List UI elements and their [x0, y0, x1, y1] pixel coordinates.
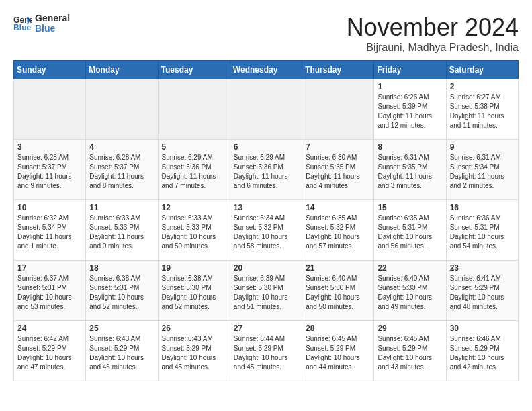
day-number: 16	[450, 203, 515, 212]
day-info: Sunrise: 6:35 AMSunset: 5:32 PMDaylight:…	[306, 214, 370, 251]
day-info: Sunrise: 6:28 AMSunset: 5:37 PMDaylight:…	[17, 153, 82, 191]
day-number: 25	[89, 324, 154, 333]
calendar-cell-3-4: 21Sunrise: 6:40 AMSunset: 5:30 PMDayligh…	[302, 261, 374, 321]
week-row-5: 24Sunrise: 6:42 AMSunset: 5:29 PMDayligh…	[14, 321, 519, 381]
day-info: Sunrise: 6:44 AMSunset: 5:29 PMDaylight:…	[234, 334, 298, 372]
calendar-cell-2-6: 16Sunrise: 6:36 AMSunset: 5:31 PMDayligh…	[446, 200, 518, 261]
calendar-cell-4-6: 30Sunrise: 6:46 AMSunset: 5:29 PMDayligh…	[446, 321, 518, 381]
day-info: Sunrise: 6:33 AMSunset: 5:33 PMDaylight:…	[162, 214, 226, 251]
day-number: 27	[234, 324, 298, 333]
day-number: 12	[162, 203, 226, 212]
day-number: 4	[89, 142, 154, 152]
day-number: 17	[17, 263, 82, 273]
day-info: Sunrise: 6:40 AMSunset: 5:30 PMDaylight:…	[378, 274, 442, 312]
day-number: 15	[378, 203, 442, 212]
day-number: 2	[450, 82, 515, 91]
calendar-cell-3-2: 19Sunrise: 6:38 AMSunset: 5:30 PMDayligh…	[158, 261, 230, 321]
logo: General Blue General Blue	[13, 13, 70, 34]
day-number: 8	[378, 142, 442, 152]
header-wednesday: Wednesday	[230, 61, 302, 79]
day-info: Sunrise: 6:28 AMSunset: 5:37 PMDaylight:…	[89, 153, 154, 191]
day-info: Sunrise: 6:43 AMSunset: 5:29 PMDaylight:…	[89, 334, 154, 372]
calendar-cell-1-2: 5Sunrise: 6:29 AMSunset: 5:36 PMDaylight…	[158, 140, 230, 200]
calendar-cell-1-1: 4Sunrise: 6:28 AMSunset: 5:37 PMDaylight…	[86, 140, 158, 200]
calendar-cell-1-3: 6Sunrise: 6:29 AMSunset: 5:36 PMDaylight…	[230, 140, 302, 200]
day-info: Sunrise: 6:40 AMSunset: 5:30 PMDaylight:…	[306, 274, 370, 312]
day-info: Sunrise: 6:30 AMSunset: 5:35 PMDaylight:…	[306, 153, 370, 191]
day-number: 24	[17, 324, 82, 333]
day-number: 28	[306, 324, 370, 333]
header-saturday: Saturday	[446, 61, 518, 79]
header-friday: Friday	[374, 61, 446, 79]
header: General Blue General Blue November 2024 …	[13, 13, 519, 54]
calendar-cell-2-0: 10Sunrise: 6:32 AMSunset: 5:34 PMDayligh…	[14, 200, 86, 261]
day-number: 18	[89, 263, 154, 273]
calendar-cell-4-0: 24Sunrise: 6:42 AMSunset: 5:29 PMDayligh…	[14, 321, 86, 381]
calendar-cell-2-1: 11Sunrise: 6:33 AMSunset: 5:33 PMDayligh…	[86, 200, 158, 261]
day-number: 13	[234, 203, 298, 212]
day-info: Sunrise: 6:26 AMSunset: 5:39 PMDaylight:…	[378, 93, 442, 130]
day-number: 10	[17, 203, 82, 212]
day-number: 1	[378, 82, 442, 91]
calendar-cell-1-6: 9Sunrise: 6:31 AMSunset: 5:34 PMDaylight…	[446, 140, 518, 200]
week-row-4: 17Sunrise: 6:37 AMSunset: 5:31 PMDayligh…	[14, 261, 519, 321]
day-info: Sunrise: 6:36 AMSunset: 5:31 PMDaylight:…	[450, 214, 515, 251]
calendar-cell-3-5: 22Sunrise: 6:40 AMSunset: 5:30 PMDayligh…	[374, 261, 446, 321]
day-number: 11	[89, 203, 154, 212]
calendar-cell-4-2: 26Sunrise: 6:43 AMSunset: 5:29 PMDayligh…	[158, 321, 230, 381]
day-number: 22	[378, 263, 442, 273]
logo-blue: Blue	[35, 24, 70, 34]
header-monday: Monday	[86, 61, 158, 79]
calendar-cell-0-5: 1Sunrise: 6:26 AMSunset: 5:39 PMDaylight…	[374, 79, 446, 140]
calendar-cell-4-3: 27Sunrise: 6:44 AMSunset: 5:29 PMDayligh…	[230, 321, 302, 381]
calendar-table: Sunday Monday Tuesday Wednesday Thursday…	[13, 60, 519, 381]
day-info: Sunrise: 6:31 AMSunset: 5:34 PMDaylight:…	[450, 153, 515, 191]
day-info: Sunrise: 6:35 AMSunset: 5:31 PMDaylight:…	[378, 214, 442, 251]
calendar-cell-2-5: 15Sunrise: 6:35 AMSunset: 5:31 PMDayligh…	[374, 200, 446, 261]
day-info: Sunrise: 6:45 AMSunset: 5:29 PMDaylight:…	[378, 334, 442, 372]
day-info: Sunrise: 6:41 AMSunset: 5:29 PMDaylight:…	[450, 274, 515, 312]
day-info: Sunrise: 6:29 AMSunset: 5:36 PMDaylight:…	[234, 153, 298, 191]
calendar-cell-1-4: 7Sunrise: 6:30 AMSunset: 5:35 PMDaylight…	[302, 140, 374, 200]
title-section: November 2024 Bijrauni, Madhya Pradesh, …	[347, 13, 519, 54]
day-info: Sunrise: 6:45 AMSunset: 5:29 PMDaylight:…	[306, 334, 370, 372]
calendar-cell-0-1	[86, 79, 158, 140]
day-info: Sunrise: 6:46 AMSunset: 5:29 PMDaylight:…	[450, 334, 515, 372]
calendar-cell-4-4: 28Sunrise: 6:45 AMSunset: 5:29 PMDayligh…	[302, 321, 374, 381]
day-info: Sunrise: 6:29 AMSunset: 5:36 PMDaylight:…	[162, 153, 226, 191]
day-info: Sunrise: 6:38 AMSunset: 5:30 PMDaylight:…	[162, 274, 226, 312]
day-number: 9	[450, 142, 515, 152]
day-number: 21	[306, 263, 370, 273]
day-number: 26	[162, 324, 226, 333]
day-info: Sunrise: 6:42 AMSunset: 5:29 PMDaylight:…	[17, 334, 82, 372]
calendar-cell-1-5: 8Sunrise: 6:31 AMSunset: 5:35 PMDaylight…	[374, 140, 446, 200]
day-number: 6	[234, 142, 298, 152]
week-row-3: 10Sunrise: 6:32 AMSunset: 5:34 PMDayligh…	[14, 200, 519, 261]
week-row-1: 1Sunrise: 6:26 AMSunset: 5:39 PMDaylight…	[14, 79, 519, 140]
calendar-cell-2-4: 14Sunrise: 6:35 AMSunset: 5:32 PMDayligh…	[302, 200, 374, 261]
logo-general: General	[35, 13, 70, 24]
day-info: Sunrise: 6:39 AMSunset: 5:30 PMDaylight:…	[234, 274, 298, 312]
header-thursday: Thursday	[302, 61, 374, 79]
day-info: Sunrise: 6:38 AMSunset: 5:31 PMDaylight:…	[89, 274, 154, 312]
calendar-cell-4-5: 29Sunrise: 6:45 AMSunset: 5:29 PMDayligh…	[374, 321, 446, 381]
day-number: 19	[162, 263, 226, 273]
calendar-cell-3-3: 20Sunrise: 6:39 AMSunset: 5:30 PMDayligh…	[230, 261, 302, 321]
header-sunday: Sunday	[14, 61, 86, 79]
calendar-cell-0-0	[14, 79, 86, 140]
day-info: Sunrise: 6:43 AMSunset: 5:29 PMDaylight:…	[162, 334, 226, 372]
calendar-cell-0-4	[302, 79, 374, 140]
calendar-cell-4-1: 25Sunrise: 6:43 AMSunset: 5:29 PMDayligh…	[86, 321, 158, 381]
day-number: 23	[450, 263, 515, 273]
svg-text:Blue: Blue	[13, 24, 32, 33]
location-title: Bijrauni, Madhya Pradesh, India	[347, 42, 519, 54]
calendar-cell-1-0: 3Sunrise: 6:28 AMSunset: 5:37 PMDaylight…	[14, 140, 86, 200]
page-container: General Blue General Blue November 2024 …	[13, 13, 519, 381]
day-number: 7	[306, 142, 370, 152]
day-number: 29	[378, 324, 442, 333]
day-info: Sunrise: 6:33 AMSunset: 5:33 PMDaylight:…	[89, 214, 154, 251]
day-info: Sunrise: 6:31 AMSunset: 5:35 PMDaylight:…	[378, 153, 442, 191]
calendar-cell-0-2	[158, 79, 230, 140]
day-info: Sunrise: 6:37 AMSunset: 5:31 PMDaylight:…	[17, 274, 82, 312]
logo-icon: General Blue	[13, 14, 32, 33]
